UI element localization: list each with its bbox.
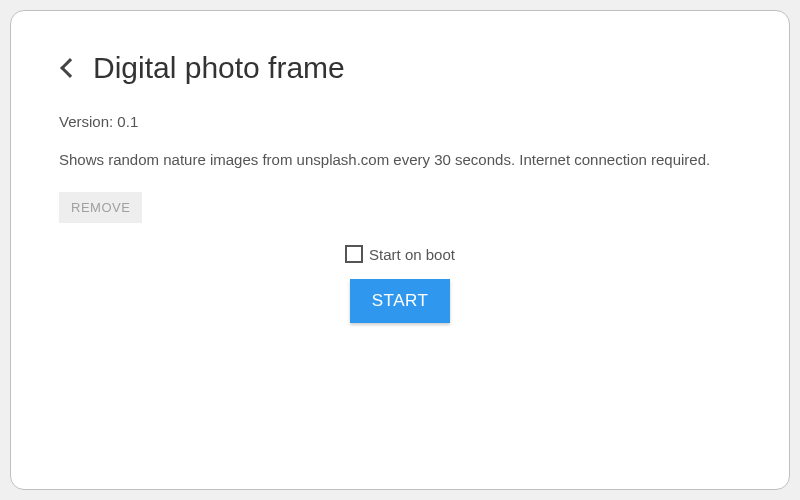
remove-button[interactable]: REMOVE (59, 192, 142, 223)
start-on-boot-label: Start on boot (369, 246, 455, 263)
start-button[interactable]: START (350, 279, 451, 323)
checkbox-icon[interactable] (345, 245, 363, 263)
page-title: Digital photo frame (93, 51, 345, 85)
center-controls: Start on boot START (59, 245, 741, 323)
app-description: Shows random nature images from unsplash… (59, 148, 741, 172)
start-on-boot-option[interactable]: Start on boot (345, 245, 455, 263)
app-detail-card: Digital photo frame Version: 0.1 Shows r… (10, 10, 790, 490)
back-icon[interactable] (60, 58, 80, 78)
header: Digital photo frame (59, 51, 741, 85)
version-label: Version: 0.1 (59, 113, 741, 130)
